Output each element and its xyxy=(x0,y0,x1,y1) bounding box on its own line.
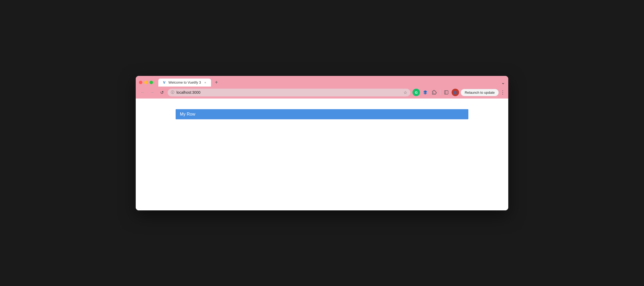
tab-title: Welcome to Vuetify 3 xyxy=(168,80,201,84)
grammarly-extension-icon[interactable]: G xyxy=(412,89,420,96)
security-icon: ⓘ xyxy=(171,90,174,95)
avatar-image: 👤 xyxy=(453,91,457,94)
extensions-icon[interactable] xyxy=(431,89,438,96)
active-tab[interactable]: V Welcome to Vuetify 3 × xyxy=(158,79,211,87)
grammarly-label: G xyxy=(415,91,418,95)
tab-close-button[interactable]: × xyxy=(203,80,207,85)
close-button[interactable] xyxy=(139,81,142,84)
address-bar[interactable]: ⓘ localhost:3000 ☆ xyxy=(168,89,410,96)
toolbar: ← → ↺ ⓘ localhost:3000 ☆ G xyxy=(136,87,508,99)
bookmark-button[interactable]: ☆ xyxy=(403,90,407,95)
relaunch-button[interactable]: Relaunch to update xyxy=(461,89,499,96)
svg-rect-0 xyxy=(444,91,448,94)
vuetify-logo-icon: V xyxy=(163,80,166,84)
tab-strip: V Welcome to Vuetify 3 × + ⌄ xyxy=(136,76,508,87)
maximize-button[interactable] xyxy=(150,81,153,84)
extensions-area: G xyxy=(412,89,505,96)
new-tab-button[interactable]: + xyxy=(213,79,220,86)
collapse-button[interactable]: ⌄ xyxy=(501,80,505,85)
sidebar-toggle-button[interactable] xyxy=(443,89,450,96)
window-controls xyxy=(139,81,153,84)
url-display: localhost:3000 xyxy=(176,90,401,95)
my-row: My Row xyxy=(176,109,468,119)
page-content: My Row xyxy=(136,99,508,210)
toolbar-divider xyxy=(440,90,440,95)
vuetify-extension-icon[interactable] xyxy=(422,89,429,96)
row-text: My Row xyxy=(180,112,195,117)
forward-button[interactable]: → xyxy=(148,89,156,96)
more-options-button[interactable]: ⋮ xyxy=(500,89,505,95)
tab-favicon: V xyxy=(162,80,166,85)
back-button[interactable]: ← xyxy=(139,89,146,96)
title-bar: V Welcome to Vuetify 3 × + ⌄ ← → ↺ ⓘ loc… xyxy=(136,76,508,99)
browser-window: V Welcome to Vuetify 3 × + ⌄ ← → ↺ ⓘ loc… xyxy=(136,76,508,210)
reload-button[interactable]: ↺ xyxy=(158,89,166,96)
minimize-button[interactable] xyxy=(144,81,148,84)
profile-avatar[interactable]: 👤 xyxy=(452,89,459,96)
